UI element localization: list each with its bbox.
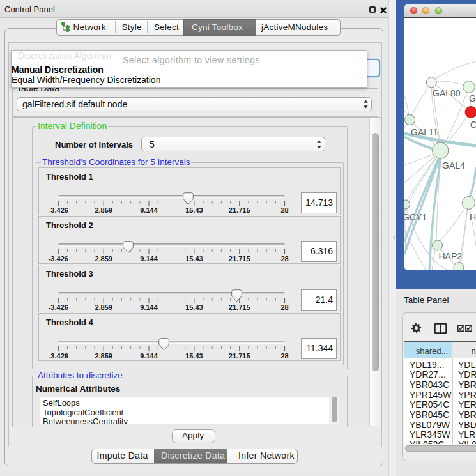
svg-text:GCY1: GCY1 [404,212,427,222]
svg-text:C: C [470,119,476,130]
svg-text:GA: GA [469,93,476,104]
svg-text:GAL11: GAL11 [411,127,438,137]
svg-text:GAL4: GAL4 [442,160,465,171]
svg-text:GAL80: GAL80 [433,88,461,98]
svg-text:HAP2: HAP2 [439,251,463,261]
svg-text:H: H [470,212,476,222]
